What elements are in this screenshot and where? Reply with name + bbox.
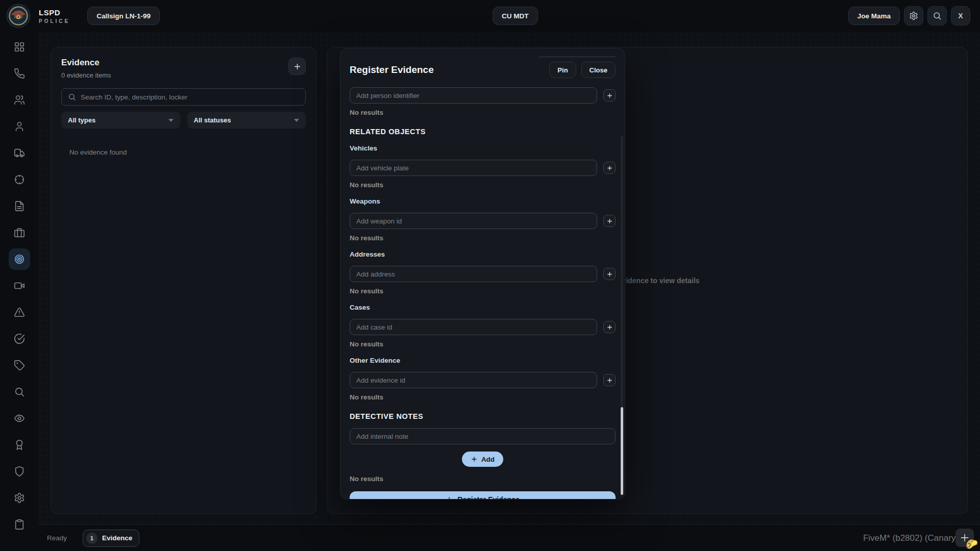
video-camera-icon (14, 280, 25, 291)
add-address-button[interactable] (603, 268, 616, 280)
grid-icon (14, 41, 25, 53)
settings-gear-icon (14, 492, 25, 504)
related-objects-heading: RELATED OBJECTS (350, 127, 616, 136)
chevron-down-icon (168, 119, 174, 122)
sidebar-nav (0, 32, 38, 551)
briefcase-icon (14, 227, 25, 238)
modal-title: Register Evidence (350, 64, 434, 76)
evidence-list-panel: Evidence 0 evidence items All types All … (51, 47, 316, 514)
add-case-button[interactable] (603, 321, 616, 333)
case-id-input[interactable] (350, 319, 597, 335)
person-identifier-input[interactable] (350, 87, 597, 104)
tag-icon (14, 360, 25, 371)
brand-text: LSPD POLICE (39, 8, 70, 24)
sidebar-item-tasks[interactable] (9, 328, 30, 349)
document-icon (14, 201, 25, 212)
add-note-label: Add (481, 456, 495, 463)
sidebar-item-reports[interactable] (9, 195, 30, 217)
taco-emoji: 🌮 (966, 538, 978, 550)
sidebar-item-logs[interactable] (9, 514, 30, 535)
brand-subtitle: POLICE (39, 18, 70, 24)
sidebar-item-settings[interactable] (9, 487, 30, 509)
sidebar-item-dispatch[interactable] (9, 169, 30, 190)
clipboard-icon (14, 519, 25, 530)
register-evidence-label: Register Evidence (457, 495, 519, 499)
close-modal-button[interactable]: Close (581, 62, 616, 78)
no-results-text: No results (350, 109, 616, 117)
award-icon (14, 439, 25, 450)
no-results-text: No results (350, 475, 616, 483)
add-person-button[interactable] (603, 89, 616, 102)
top-bar: LSPD POLICE Callsign LN-1-99 CU MDT Joe … (0, 0, 980, 32)
status-ready-text: Ready (47, 534, 67, 542)
sidebar-item-dashboard[interactable] (9, 36, 30, 58)
no-results-text: No results (350, 393, 616, 402)
settings-button[interactable] (904, 6, 923, 26)
modal-top-divider (539, 57, 616, 57)
search-button[interactable] (927, 6, 947, 26)
address-input[interactable] (350, 266, 597, 282)
callsign-button[interactable]: Callsign LN-1-99 (87, 7, 160, 25)
vehicle-plate-input[interactable] (350, 160, 597, 176)
status-filter-dropdown[interactable]: All statuses (187, 112, 306, 129)
sidebar-item-search[interactable] (9, 381, 30, 403)
weapon-id-input[interactable] (350, 213, 597, 229)
no-results-text: No results (350, 340, 616, 348)
add-note-button[interactable]: Add (462, 452, 503, 467)
pin-button[interactable]: Pin (549, 62, 576, 78)
field-label-cases: Cases (350, 304, 616, 312)
plus-icon (606, 92, 613, 99)
no-results-text: No results (350, 181, 616, 189)
sidebar-item-evidence[interactable] (9, 248, 30, 270)
status-filter-value: All statuses (194, 116, 231, 124)
no-results-text: No results (350, 287, 616, 295)
sidebar-item-units[interactable] (9, 461, 30, 482)
gear-icon (909, 11, 918, 20)
internal-note-input[interactable] (350, 428, 616, 444)
plus-icon (606, 218, 613, 224)
crosshair-icon (14, 174, 25, 185)
field-label-weapons: Weapons (350, 197, 616, 206)
register-evidence-button[interactable]: Register Evidence (350, 491, 616, 499)
sidebar-item-citizens[interactable] (9, 89, 30, 111)
topbar-right: Joe Mama X (848, 6, 970, 26)
close-app-button[interactable]: X (951, 6, 970, 26)
sidebar-item-warrants[interactable] (9, 302, 30, 323)
plus-icon (606, 165, 613, 171)
sidebar-item-bolos[interactable] (9, 408, 30, 429)
cu-mdt-badge[interactable]: CU MDT (493, 7, 538, 25)
add-vehicle-button[interactable] (603, 162, 616, 174)
no-results-text: No results (350, 234, 616, 242)
chevron-down-icon (294, 119, 299, 122)
type-filter-dropdown[interactable]: All types (61, 112, 180, 129)
type-filter-value: All types (68, 116, 95, 124)
add-other-evidence-button[interactable] (603, 374, 616, 386)
phone-icon (14, 68, 25, 79)
sidebar-item-bodycam[interactable] (9, 275, 30, 296)
add-weapon-button[interactable] (603, 215, 616, 227)
plus-icon (606, 271, 613, 278)
sidebar-item-charges[interactable] (9, 355, 30, 376)
sidebar-item-vehicles[interactable] (9, 142, 30, 164)
sidebar-item-roster[interactable] (9, 434, 30, 456)
tab-label: Evidence (102, 534, 132, 542)
lspd-badge-logo (6, 4, 31, 28)
user-button[interactable]: Joe Mama (848, 7, 900, 25)
status-bar: Ready 1 Evidence FiveM* (b2802) (Canary)… (38, 524, 980, 551)
evidence-search-input[interactable] (81, 93, 299, 101)
eye-icon (14, 413, 25, 424)
field-label-other-evidence: Other Evidence (350, 357, 616, 365)
sidebar-item-cases[interactable] (9, 222, 30, 243)
search-icon (14, 386, 25, 397)
user-icon (14, 121, 25, 132)
modal-scrollbar-thumb[interactable] (621, 407, 623, 495)
detective-notes-heading: DETECTIVE NOTES (350, 412, 616, 421)
truck-icon (14, 147, 25, 159)
add-evidence-button[interactable] (288, 58, 306, 75)
plus-icon (606, 377, 613, 384)
sidebar-item-profile[interactable] (9, 116, 30, 137)
sidebar-item-calls[interactable] (9, 63, 30, 84)
evidence-id-input[interactable] (350, 372, 597, 388)
evidence-tab-pill[interactable]: 1 Evidence (83, 530, 139, 547)
shield-icon (14, 466, 25, 477)
